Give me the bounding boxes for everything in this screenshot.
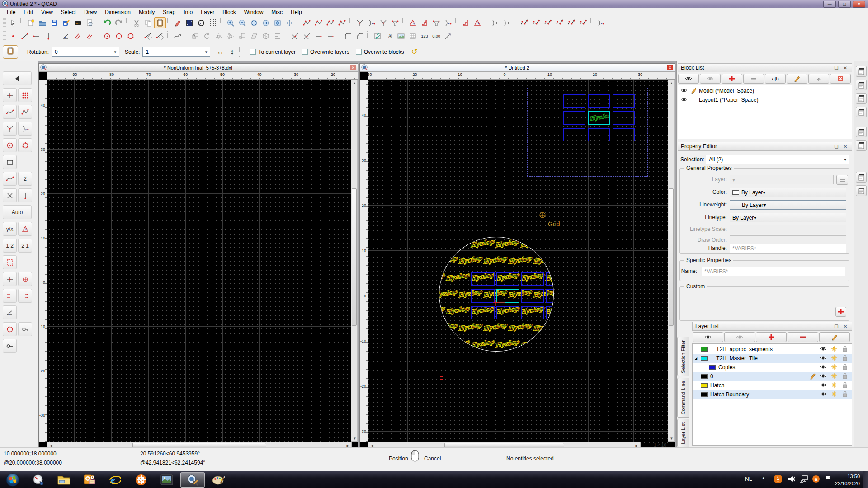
lock-relative-zero-button[interactable] [18,322,32,336]
zoom-previous-button[interactable] [260,17,272,28]
layer-frozen-sun-icon[interactable] [830,363,838,372]
line-tangent-2-button[interactable] [154,30,166,42]
language-indicator[interactable]: NL [745,476,752,482]
rotate-button[interactable] [201,30,213,42]
minimize-button[interactable]: — [823,1,836,8]
edit-pencil-button[interactable] [172,17,184,28]
layer-row-hatch[interactable]: Hatch [693,381,852,390]
chamfer-button[interactable] [354,30,366,42]
layer-row-0[interactable]: 0 [693,372,852,381]
circle-2-points-button[interactable] [113,30,125,42]
spline-delete-node-button[interactable] [566,17,577,28]
document-close-button[interactable]: ✕ [350,65,356,70]
move-button[interactable] [189,30,201,42]
edit-block-button[interactable] [787,74,807,84]
reset-undo-icon[interactable]: ↺ [411,47,417,56]
cad-toolbar-toggle-button[interactable] [856,66,867,77]
spline-insert-node-button[interactable] [554,17,566,28]
menu-view[interactable]: View [37,9,57,16]
snap-free-button[interactable] [3,88,17,102]
library-browser-toggle-button[interactable] [856,93,867,104]
arc-bracket-button[interactable] [595,17,607,28]
taskbar-windows-explorer-icon[interactable] [52,472,76,488]
show-all-layers-button[interactable] [693,332,723,342]
arrow-curve-button[interactable] [442,17,454,28]
block-list-item[interactable]: Model (*Model_Space) [678,86,852,95]
cut-button[interactable] [131,17,142,28]
scrollbar-thumb[interactable] [352,188,357,326]
dock-tab-layer-list[interactable]: Layer List [677,419,689,447]
vertical-scrollbar[interactable]: ▲▼ [351,80,358,442]
table-button[interactable] [407,30,419,42]
menu-file[interactable]: File [3,9,19,16]
line-tangent-1-button[interactable] [142,30,154,42]
menu-block[interactable]: Block [218,9,240,16]
property-editor-toggle-button[interactable] [856,140,867,151]
scroll-down-icon[interactable]: ▼ [351,435,358,441]
angle-tool-button[interactable] [3,305,17,319]
snap-on-entity-button[interactable] [18,105,32,119]
taskbar-outlook-icon[interactable] [77,472,102,488]
flip-horizontal-button[interactable]: ↔ [217,48,224,56]
selection-filter-toggle-button[interactable] [856,127,867,137]
bevel-button[interactable] [389,17,401,28]
layer-lock-icon[interactable] [841,372,849,381]
layer-row--t2h-master-tile[interactable]: ◢__T2H_Master_Tile [693,354,852,363]
menu-help[interactable]: Help [287,9,306,16]
tray-expand-icon[interactable]: ▲ [761,476,765,480]
break-out-segment-button[interactable] [501,17,513,28]
field-linetype-control[interactable]: By Layer▾ [730,213,846,222]
taskbar-internet-explorer-icon[interactable]: e [103,472,127,488]
view-toggle-button[interactable] [856,107,867,117]
trim-entity-button[interactable] [354,17,366,28]
polyline-append-button[interactable] [313,17,325,28]
insert-image-button[interactable] [395,30,407,42]
layer-visible-eye-icon[interactable] [819,363,827,372]
layer-row-copies[interactable]: Copies [693,363,852,372]
layer-menu-button[interactable] [836,175,848,185]
spline-from-polyline-button[interactable] [577,17,589,28]
new-document-button[interactable] [25,17,37,28]
polyline-trim-button[interactable] [336,17,348,28]
measure-button[interactable]: 0.00 [430,30,442,42]
zoom-out-button[interactable] [236,17,248,28]
active-tool-paste-button[interactable] [3,45,18,59]
line-vertical-button[interactable] [42,30,54,42]
point-button[interactable] [7,30,19,42]
layer-frozen-sun-icon[interactable] [830,381,838,390]
snap-reference-button[interactable] [18,138,32,152]
shape-polygon-button[interactable] [419,17,430,28]
break-out-gap-button[interactable] [489,17,501,28]
show-all-blocks-button[interactable] [678,74,699,84]
command-line-toggle-button[interactable] [856,172,867,183]
spline-draw-button[interactable] [519,17,530,28]
circle-3-points-button[interactable] [125,30,137,42]
layer-lock-icon[interactable] [841,345,849,354]
reference-points-button[interactable] [3,322,17,336]
block-list-toggle-button[interactable] [856,80,867,90]
delete-block-button[interactable] [830,74,851,84]
layer-visible-eye-icon[interactable] [819,354,827,363]
align-button[interactable] [272,30,283,42]
snap-grid-button[interactable] [18,88,32,102]
auto-trim-button[interactable] [472,17,483,28]
field-linetypescale-control[interactable] [730,225,846,234]
back-button[interactable] [3,71,32,85]
field-color-control[interactable]: By Layer▾ [730,188,846,197]
layer-visible-eye-icon[interactable] [819,381,827,390]
scroll-up-icon[interactable]: ▲ [351,80,358,86]
float-panel-icon[interactable]: ❏ [833,65,840,71]
layer-lock-icon[interactable] [841,381,849,390]
layer-frozen-sun-icon[interactable] [830,372,838,381]
hatch-button[interactable] [372,30,383,42]
line-parallel-button[interactable] [72,30,84,42]
menu-window[interactable]: Window [240,9,268,16]
restrict-off-button[interactable] [3,255,17,269]
fillet-button[interactable] [342,30,354,42]
close-panel-icon[interactable]: ✕ [842,143,849,150]
trim-button[interactable] [289,30,301,42]
layer-lock-icon[interactable] [841,354,849,363]
pan-button[interactable] [283,17,295,28]
redo-button[interactable] [113,17,125,28]
clipboard-panel-toggle-button[interactable] [856,185,867,196]
